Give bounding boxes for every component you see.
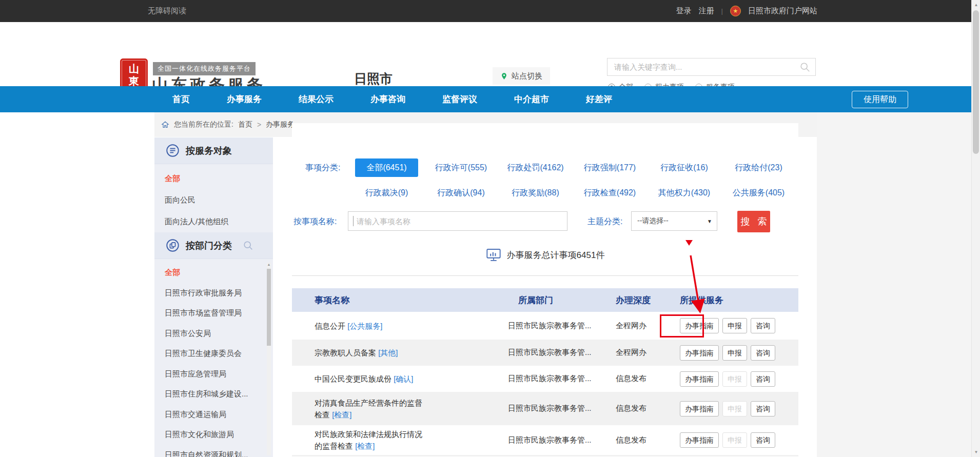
table-header: 事项名称 所属部门 办理深度 所提供服务	[292, 288, 798, 312]
nav-item-6[interactable]: 好差评	[567, 86, 631, 112]
item-category-tag[interactable]: [确认]	[394, 374, 413, 383]
department-search-icon[interactable]	[243, 240, 254, 251]
category-0[interactable]: 全部(6451)	[355, 158, 418, 177]
sidebar-dept-item-2[interactable]: 日照市市场监督管理局	[154, 303, 273, 323]
item-name-input[interactable]	[348, 211, 567, 231]
guide-button[interactable]: 办事指南	[680, 432, 719, 448]
register-link[interactable]: 注册	[699, 6, 714, 16]
item-category-tag[interactable]: [检查]	[332, 410, 351, 419]
category-10[interactable]: 其他权力(430)	[647, 184, 721, 202]
sidebar-dept-item-1[interactable]: 日照市行政审批服务局	[154, 283, 273, 303]
category-9[interactable]: 行政检查(492)	[573, 184, 647, 202]
scrollbar-down-icon[interactable]: ▼	[972, 450, 980, 454]
search-button[interactable]: 搜 索	[737, 211, 770, 232]
item-name-link[interactable]: 信息公开	[315, 322, 345, 330]
sidebar-dept-item-4[interactable]: 日照市卫生健康委员会	[154, 343, 273, 364]
guide-button[interactable]: 办事指南	[680, 401, 719, 416]
consult-button[interactable]: 咨询	[751, 318, 775, 333]
nav-item-2[interactable]: 结果公示	[280, 86, 352, 112]
topbar-right: 登录 注册 | ★ 日照市政府门户网站	[676, 0, 817, 22]
page-scrollbar[interactable]: ▲ ▼	[971, 0, 980, 457]
column-services: 所提供服务	[663, 294, 798, 306]
sidebar-dept-item-8[interactable]: 日照市文化和旅游局	[154, 424, 273, 445]
platform-tag: 全国一体化在线政务服务平台	[153, 62, 256, 75]
column-department: 所属部门	[508, 294, 616, 306]
divider	[292, 275, 798, 276]
list-circle-icon	[166, 144, 180, 157]
department-scrollbar[interactable]: ▲	[267, 263, 271, 455]
item-depth: 信息发布	[616, 404, 663, 413]
sidebar-service-target-title: 按服务对象	[186, 145, 232, 157]
national-emblem-icon: ★	[730, 6, 741, 16]
seal-char-2: 東	[129, 75, 139, 87]
nav-item-3[interactable]: 办事咨询	[352, 86, 424, 112]
scrollbar-up-icon[interactable]: ▲	[972, 3, 980, 7]
help-button[interactable]: 使用帮助	[852, 91, 908, 108]
category-6[interactable]: 行政裁决(9)	[349, 184, 424, 202]
apply-button[interactable]: 申报	[722, 318, 747, 333]
item-name-link[interactable]: 中国公民变更民族成份	[315, 374, 391, 383]
category-3[interactable]: 行政强制(177)	[573, 158, 647, 177]
scroll-up-icon[interactable]: ▲	[267, 263, 271, 266]
consult-button[interactable]: 咨询	[751, 371, 775, 387]
scroll-thumb[interactable]	[267, 269, 271, 346]
nav-item-4[interactable]: 监督评议	[424, 86, 496, 112]
sidebar-dept-item-3[interactable]: 日照市公安局	[154, 323, 273, 344]
main-nav: 首页办事服务结果公示办事咨询监督评议中介超市好差评	[0, 86, 980, 112]
item-department: 日照市民族宗教事务管...	[508, 321, 616, 331]
table-row-4: 对民族政策和法律法规执行情况的监督检查 [检查]日照市民族宗教事务管...信息发…	[292, 425, 798, 455]
site-switch-button[interactable]: 站点切换	[493, 67, 550, 85]
category-5[interactable]: 行政给付(23)	[721, 158, 796, 177]
consult-button[interactable]: 咨询	[751, 432, 775, 448]
login-link[interactable]: 登录	[676, 6, 692, 16]
guide-button[interactable]: 办事指南	[680, 371, 719, 387]
sidebar-dept-item-5[interactable]: 日照市应急管理局	[154, 364, 273, 384]
category-7[interactable]: 行政确认(94)	[424, 184, 498, 202]
category-1[interactable]: 行政许可(555)	[424, 158, 498, 177]
apply-button: 申报	[722, 432, 747, 448]
category-2[interactable]: 行政处罚(4162)	[498, 158, 573, 177]
sidebar: 按服务对象 全部面向公民面向法人/其他组织 按部门分类 全部日照市行政审批服务局…	[154, 137, 273, 457]
sidebar-department-title: 按部门分类	[186, 240, 232, 252]
item-category-tag[interactable]: [其他]	[378, 348, 398, 357]
portal-link[interactable]: 日照市政府门户网站	[748, 6, 817, 16]
sidebar-dept-item-9[interactable]: 日照市自然资源和规划...	[154, 445, 273, 457]
category-8[interactable]: 行政奖励(88)	[498, 184, 573, 202]
item-name-link[interactable]: 宗教教职人员备案	[315, 348, 376, 357]
category-4[interactable]: 行政征收(16)	[647, 158, 721, 177]
item-category-tag[interactable]: [公共服务]	[347, 322, 382, 330]
table-row-3: 对清真食品生产经营条件的监督检查 [检查]日照市民族宗教事务管...信息发布办事…	[292, 392, 798, 425]
breadcrumb-prefix: 您当前所在的位置:	[174, 120, 233, 129]
category-11[interactable]: 公共服务(405)	[721, 184, 796, 202]
consult-button[interactable]: 咨询	[751, 345, 775, 361]
sidebar-dept-item-7[interactable]: 日照市交通运输局	[154, 404, 273, 425]
home-icon	[161, 121, 169, 129]
topbar-divider: |	[721, 7, 723, 15]
apply-button[interactable]: 申报	[722, 345, 747, 361]
item-name-label: 按事项名称:	[293, 216, 337, 227]
breadcrumb-home[interactable]: 首页	[238, 120, 252, 129]
nav-item-0[interactable]: 首页	[154, 86, 208, 112]
guide-button[interactable]: 办事指南	[680, 345, 719, 361]
sidebar-target-item-1[interactable]: 面向公民	[154, 189, 273, 211]
scrollbar-thumb[interactable]	[973, 10, 979, 154]
nav-item-1[interactable]: 办事服务	[208, 86, 280, 112]
item-category-tag[interactable]: [检查]	[355, 442, 375, 450]
consult-button[interactable]: 咨询	[751, 401, 775, 416]
item-name-link[interactable]: 对清真食品生产经营条件的监督检查	[315, 399, 422, 419]
sidebar-target-item-2[interactable]: 面向法人/其他组织	[154, 211, 273, 232]
monitor-chart-icon	[486, 248, 501, 262]
magnifier-icon[interactable]	[799, 62, 811, 73]
nav-item-5[interactable]: 中介超市	[496, 86, 567, 112]
text-caret	[353, 216, 354, 226]
sidebar-target-item-0[interactable]: 全部	[154, 168, 273, 189]
seal-char-1: 山	[129, 63, 139, 75]
breadcrumb-current[interactable]: 办事服务	[266, 120, 295, 129]
keyword-search-input[interactable]	[607, 58, 816, 76]
column-depth: 办理深度	[616, 294, 663, 306]
accessibility-link[interactable]: 无障碍阅读	[148, 6, 186, 16]
guide-button[interactable]: 办事指南	[680, 318, 719, 333]
sidebar-dept-item-0[interactable]: 全部	[154, 262, 273, 283]
sidebar-dept-item-6[interactable]: 日照市住房和城乡建设...	[154, 384, 273, 404]
topic-select[interactable]: --请选择-- ▼	[631, 211, 717, 231]
